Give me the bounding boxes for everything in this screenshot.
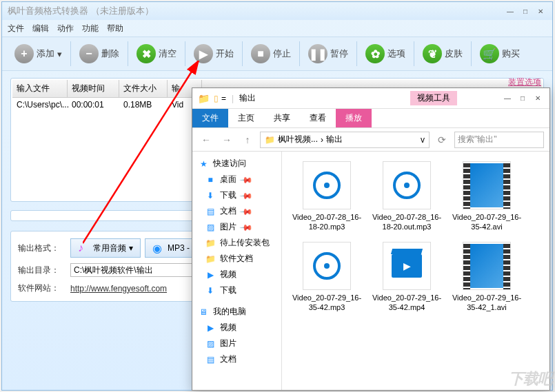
nav-downloads2[interactable]: ⬇下载 [192, 282, 281, 298]
ribbon: 文件 主页 共享 查看 播放 [192, 109, 549, 128]
ribbon-home[interactable]: 主页 [228, 109, 264, 127]
buy-button[interactable]: 🛒购买 [476, 41, 524, 66]
nav-pictures[interactable]: ▨图片📌 [192, 219, 281, 235]
nav-video[interactable]: ▶视频 [192, 267, 281, 282]
nav-up[interactable]: ↑ [239, 132, 256, 148]
file-name: Video_20-07-28_16-18-20.mp3 [292, 212, 362, 232]
stop-icon: ■ [251, 44, 270, 63]
file-name: Video_20-07-28_16-18-20.out.mp3 [372, 212, 442, 232]
start-button[interactable]: ▶开始 [190, 41, 238, 66]
video-tools-tab[interactable]: 视频工具 [410, 91, 457, 105]
exp-maximize[interactable]: □ [516, 94, 529, 103]
toolbar: +添加▾ −删除 ✖清空 ▶开始 ■停止 ❚❚暂停 ✿选项 ❦皮肤 🛒购买 [2, 37, 552, 71]
address-bar: ← → ↑ 📁 枫叶视频... › 输出 v ⟳ 搜索"输出" [192, 128, 549, 152]
file-item[interactable]: Video_20-07-29_16-35-42_1.avi [449, 239, 525, 316]
file-name: Video_20-07-29_16-35-42.mp4 [372, 293, 442, 313]
download-icon: ⬇ [205, 286, 216, 296]
menu-bar: 文件 编辑 动作 功能 帮助 [2, 20, 552, 37]
nav-upload-pkg[interactable]: 📁待上传安装包 [192, 235, 281, 251]
skin-button[interactable]: ❦皮肤 [418, 41, 467, 66]
col-duration[interactable]: 视频时间 [68, 80, 119, 97]
nav-documents[interactable]: ▤文档📌 [192, 203, 281, 219]
minimize-button[interactable]: — [504, 6, 516, 16]
pin-icon: 📌 [239, 172, 253, 187]
dir-label: 输出目录： [18, 265, 66, 276]
refresh-icon[interactable]: ⟳ [434, 132, 450, 148]
stop-button[interactable]: ■停止 [247, 41, 295, 66]
site-label: 软件网站： [18, 282, 66, 294]
menu-help[interactable]: 帮助 [107, 23, 123, 34]
pin-icon: 📌 [239, 188, 253, 203]
nav-pane: ★快速访问 ■桌面📌 ⬇下载📌 ▤文档📌 ▨图片📌 📁待上传安装包 📁软件文档 … [192, 152, 282, 390]
nav-back[interactable]: ← [198, 132, 214, 148]
file-name: Video_20-07-29_16-35-42_1.avi [452, 293, 522, 313]
options-button[interactable]: ✿选项 [361, 41, 410, 66]
close-button[interactable]: ✕ [534, 6, 547, 16]
play-icon: ▶ [194, 44, 213, 63]
ribbon-view[interactable]: 查看 [300, 109, 336, 127]
file-thumb [303, 161, 351, 209]
gear-icon: ✿ [365, 44, 385, 63]
file-thumb [383, 161, 431, 209]
pause-icon: ❚❚ [308, 44, 327, 63]
file-explorer-window: 📁 ▯ = | 输出 视频工具 — □ ✕ 文件 主页 共享 查看 播放 ← →… [192, 87, 550, 391]
file-item[interactable]: Video_20-07-29_16-35-42.mp4 [369, 239, 445, 316]
nav-desktop[interactable]: ■桌面📌 [192, 172, 281, 187]
add-button[interactable]: +添加▾ [10, 41, 66, 66]
nav-my-pc[interactable]: 🖥我的电脑 [192, 304, 281, 320]
format-label: 输出格式： [18, 243, 66, 254]
file-item[interactable]: Video_20-07-28_16-18-20.mp3 [289, 158, 365, 235]
exp-close[interactable]: ✕ [532, 94, 544, 103]
minus-icon: − [79, 44, 99, 63]
nav-downloads[interactable]: ⬇下载📌 [192, 187, 281, 203]
watermark: 下载吧 [509, 369, 552, 389]
file-item[interactable]: Video_20-07-29_16-35-42.mp3 [289, 239, 365, 316]
file-item[interactable]: Video_20-07-29_16-35-42.avi [449, 158, 525, 235]
title-bar: 枫叶音频格式转换器 （未注册版本） — □ ✕ [2, 2, 552, 20]
menu-file[interactable]: 文件 [8, 23, 24, 34]
delete-button[interactable]: −删除 [75, 41, 123, 66]
star-icon: ★ [198, 159, 209, 169]
download-icon: ⬇ [205, 191, 216, 200]
explorer-title: 输出 [239, 92, 256, 104]
pin-icon: 📌 [239, 220, 253, 234]
ribbon-file[interactable]: 文件 [192, 109, 228, 127]
address-input[interactable]: 📁 枫叶视频... › 输出 v [260, 132, 430, 148]
picture-icon: ▨ [205, 223, 216, 232]
nav-pc-pictures[interactable]: ▨图片 [192, 336, 281, 351]
search-input[interactable]: 搜索"输出" [454, 132, 544, 148]
file-thumb [383, 242, 431, 290]
document-icon: ▤ [205, 355, 216, 364]
menu-function[interactable]: 功能 [82, 23, 99, 34]
clear-button[interactable]: ✖清空 [132, 41, 181, 66]
pc-icon: 🖥 [198, 307, 209, 317]
device-options-link[interactable]: 装置选项 [508, 76, 541, 88]
pause-button[interactable]: ❚❚暂停 [304, 41, 352, 66]
ribbon-share[interactable]: 共享 [264, 109, 300, 127]
nav-pc-documents[interactable]: ▤文档 [192, 351, 281, 367]
ribbon-play[interactable]: 播放 [336, 109, 372, 127]
file-thumb [303, 242, 351, 290]
video-icon: ▶ [205, 270, 216, 280]
nav-pc-video[interactable]: ▶视频 [192, 320, 281, 336]
file-list: Video_20-07-28_16-18-20.mp3Video_20-07-2… [282, 152, 549, 390]
video-icon: ▶ [205, 323, 216, 333]
folder-icon: 📁 [205, 238, 216, 248]
col-input[interactable]: 输入文件 [12, 80, 68, 97]
nav-quick-access[interactable]: ★快速访问 [192, 156, 281, 172]
file-item[interactable]: Video_20-07-28_16-18-20.out.mp3 [369, 158, 445, 235]
menu-action[interactable]: 动作 [57, 23, 74, 34]
folder-icon: 📁 [205, 254, 216, 264]
format-select[interactable]: ♪常用音频▾ [70, 238, 141, 258]
explorer-title-bar: 📁 ▯ = | 输出 视频工具 — □ ✕ [192, 88, 549, 109]
maximize-button[interactable]: □ [519, 6, 532, 16]
window-title: 枫叶音频格式转换器 （未注册版本） [8, 5, 154, 17]
menu-edit[interactable]: 编辑 [32, 23, 49, 34]
nav-forward[interactable]: → [219, 132, 235, 148]
pin-icon: 📌 [239, 204, 253, 218]
folder-icon: 📁 [265, 135, 275, 145]
output-dir-input[interactable] [70, 263, 194, 277]
exp-minimize[interactable]: — [501, 94, 514, 103]
col-size[interactable]: 文件大小 [119, 80, 168, 97]
nav-soft-doc[interactable]: 📁软件文档 [192, 251, 281, 267]
